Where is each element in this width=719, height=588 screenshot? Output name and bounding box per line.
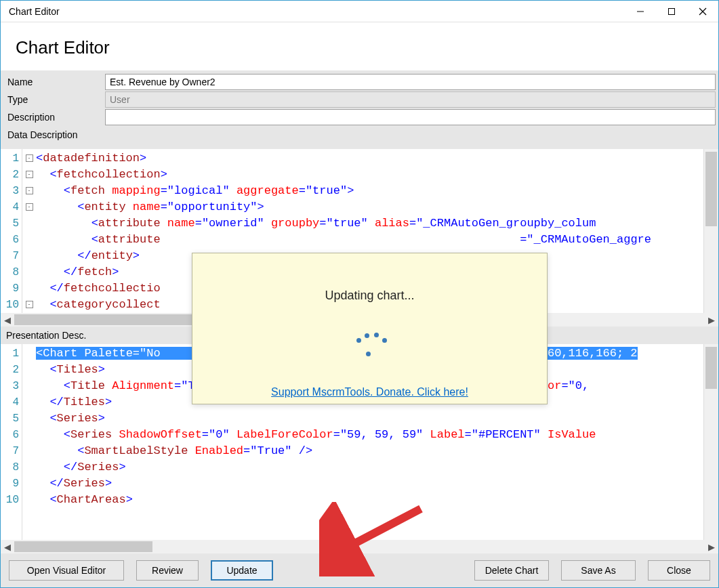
updating-chart-popup: Updating chart... Support MscrmTools. Do… <box>192 253 548 404</box>
window-controls <box>625 1 718 22</box>
data-editor-vscrollbar[interactable] <box>703 149 718 313</box>
hscroll-right-icon[interactable]: ▶ <box>705 313 718 327</box>
name-label: Name <box>3 75 105 89</box>
page-title: Chart Editor <box>16 37 718 58</box>
chart-editor-window: Chart Editor Chart Editor Name Type Desc <box>0 0 719 588</box>
close-icon <box>699 7 707 16</box>
description-input[interactable] <box>105 109 716 125</box>
update-button[interactable]: Update <box>211 560 273 581</box>
close-window-button[interactable] <box>687 1 718 22</box>
close-button[interactable]: Close <box>648 560 710 581</box>
minimize-icon <box>636 7 644 16</box>
delete-chart-button[interactable]: Delete Chart <box>474 560 549 581</box>
name-input[interactable] <box>105 74 716 90</box>
maximize-button[interactable] <box>656 1 687 22</box>
presentation-editor-gutter: 1 2 3 4 5 6 7 8 9 10 <box>1 344 22 540</box>
hscroll-right-icon[interactable]: ▶ <box>705 540 718 553</box>
presentation-editor-vscrollbar[interactable] <box>703 344 718 540</box>
maximize-icon <box>667 7 676 16</box>
hscroll-left-icon[interactable]: ◀ <box>1 313 14 327</box>
type-label: Type <box>3 93 105 106</box>
button-bar: Open Visual Editor Review Update Delete … <box>1 553 718 587</box>
hscroll-left-icon[interactable]: ◀ <box>1 540 14 553</box>
presentation-editor-hscrollbar[interactable]: ◀ ▶ <box>1 540 718 553</box>
data-editor-gutter: 1 2 3 4 5 6 7 8 9 10 <box>1 149 22 313</box>
chart-meta-form: Name Type Description Data Description <box>1 70 718 149</box>
titlebar: Chart Editor <box>1 1 718 22</box>
donate-link[interactable]: Support MscrmTools. Donate. Click here! <box>271 386 468 398</box>
description-label: Description <box>3 110 105 124</box>
type-input <box>105 91 716 108</box>
save-as-button[interactable]: Save As <box>561 560 636 581</box>
window-title: Chart Editor <box>9 6 60 17</box>
open-visual-editor-button[interactable]: Open Visual Editor <box>9 560 124 581</box>
data-description-label: Data Description <box>3 127 82 143</box>
loading-spinner-icon <box>350 331 390 358</box>
data-editor-fold-column[interactable]: ---- - <box>22 149 36 313</box>
review-button[interactable]: Review <box>136 560 199 581</box>
page-header: Chart Editor <box>1 22 718 70</box>
popup-message: Updating chart... <box>325 289 414 303</box>
presentation-editor-fold-column[interactable] <box>22 344 36 540</box>
svg-rect-1 <box>669 8 675 14</box>
minimize-button[interactable] <box>625 1 656 22</box>
